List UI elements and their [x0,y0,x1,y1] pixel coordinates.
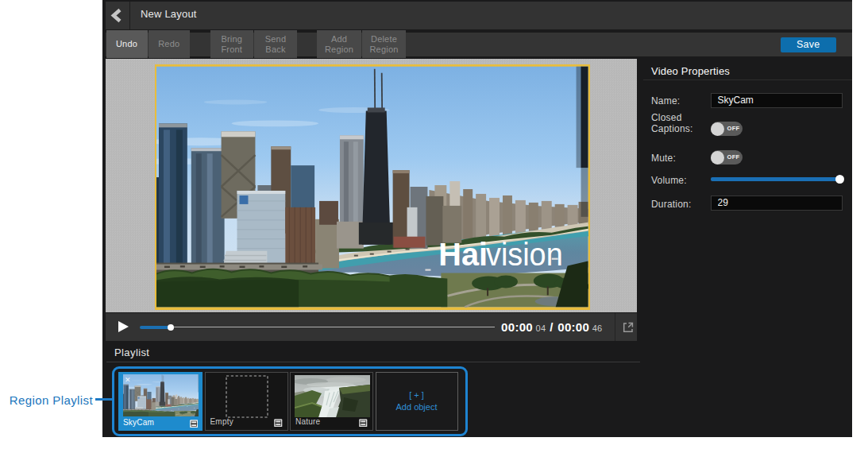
svg-text:vision: vision [486,237,563,272]
svg-text:Hai: Hai [438,237,488,272]
